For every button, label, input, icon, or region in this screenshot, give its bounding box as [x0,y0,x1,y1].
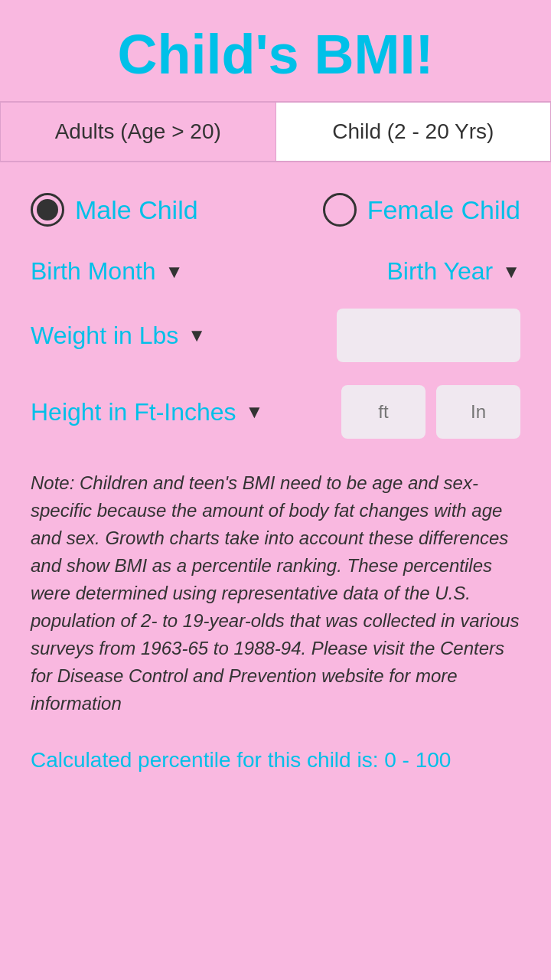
note-text: Note: Children and teen's BMI need to be… [31,469,520,717]
weight-label: Weight in Lbs [31,322,178,350]
female-radio[interactable] [323,193,357,227]
app-container: Child's BMI! Adults (Age > 20) Child (2 … [0,0,551,980]
tab-adults[interactable]: Adults (Age > 20) [0,102,276,162]
gender-row: Male Child Female Child [31,185,520,234]
birth-year-label: Birth Year [386,257,493,286]
birth-month-arrow[interactable]: ▼ [165,261,184,283]
female-label: Female Child [367,195,520,225]
result-text: Calculated percentile for this child is:… [31,748,520,773]
height-inputs [341,385,520,439]
birth-row: Birth Month ▼ Birth Year ▼ [31,257,520,286]
app-title: Child's BMI! [0,0,551,101]
tab-bar: Adults (Age > 20) Child (2 - 20 Yrs) [0,101,551,162]
male-radio[interactable] [31,193,64,227]
birth-month-left: Birth Month ▼ [31,257,386,286]
weight-arrow[interactable]: ▼ [187,325,206,346]
birth-month-label: Birth Month [31,257,156,286]
male-option[interactable]: Male Child [31,193,198,227]
height-label: Height in Ft-Inches [31,398,236,426]
birth-year-right: Birth Year ▼ [386,257,520,286]
weight-input[interactable] [337,309,520,362]
weight-row: Weight in Lbs ▼ [31,309,520,362]
height-ft-input[interactable] [341,385,425,439]
height-in-input[interactable] [436,385,520,439]
male-radio-inner [37,199,58,220]
weight-left: Weight in Lbs ▼ [31,322,337,350]
female-option[interactable]: Female Child [323,193,520,227]
birth-year-arrow[interactable]: ▼ [502,261,520,283]
height-left: Height in Ft-Inches ▼ [31,398,341,426]
content-area: Male Child Female Child Birth Month ▼ Bi… [0,162,551,795]
male-label: Male Child [75,195,198,225]
height-arrow[interactable]: ▼ [246,401,264,423]
tab-child[interactable]: Child (2 - 20 Yrs) [276,102,552,162]
height-row: Height in Ft-Inches ▼ [31,385,520,439]
